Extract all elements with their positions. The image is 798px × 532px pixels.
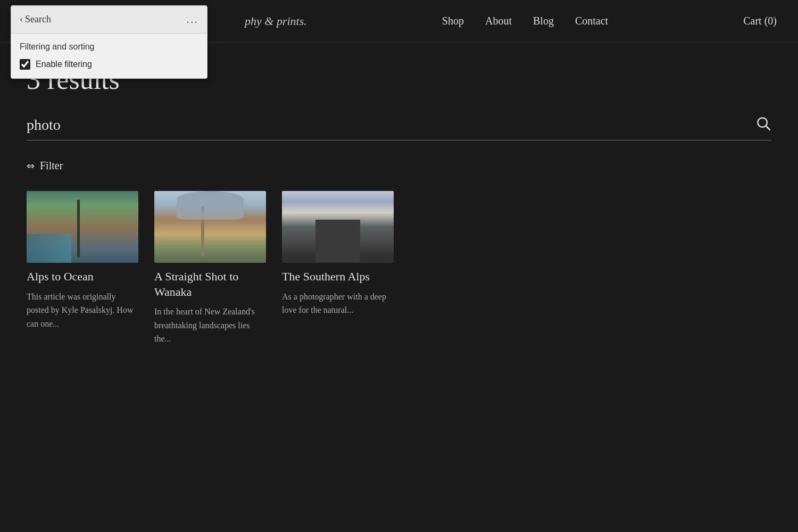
enable-filtering-checkbox[interactable]	[20, 59, 30, 70]
filter-label: Filter	[40, 160, 63, 172]
result-card-image-wanaka	[154, 191, 266, 263]
search-input[interactable]	[27, 114, 755, 136]
result-card-image-alps-ocean	[27, 191, 138, 263]
main-nav: Shop About Blog Contact	[442, 15, 608, 27]
alps-ocean-thumbnail	[27, 191, 138, 263]
southern-alps-thumbnail	[282, 191, 394, 263]
nav-blog[interactable]: Blog	[533, 15, 554, 27]
result-card-title-alps-ocean: Alps to Ocean	[27, 269, 138, 285]
wanaka-thumbnail	[154, 191, 266, 263]
search-dropdown-body: Filtering and sorting Enable filtering	[11, 34, 207, 78]
result-card-image-southern-alps	[282, 191, 394, 263]
nav-about[interactable]: About	[485, 15, 512, 27]
search-icon	[755, 115, 771, 131]
result-card-title-wanaka: A Straight Shot to Wanaka	[154, 269, 266, 300]
result-card-title-southern-alps: The Southern Alps	[282, 269, 394, 285]
result-card-excerpt-wanaka: In the heart of New Zealand's breathtaki…	[154, 305, 266, 346]
enable-filtering-option[interactable]: Enable filtering	[20, 59, 198, 70]
enable-filtering-label: Enable filtering	[36, 60, 92, 69]
filter-icon: ⇔	[27, 160, 35, 172]
header: ‹ Search ... Filtering and sorting Enabl…	[0, 0, 798, 43]
chevron-left-icon: ‹	[20, 14, 23, 25]
nav-contact[interactable]: Contact	[575, 15, 608, 27]
search-dropdown-header-left: ‹ Search	[20, 14, 51, 25]
brand-text: phy & prints.	[245, 14, 307, 28]
svg-line-1	[766, 126, 770, 130]
search-back-button[interactable]: ‹ Search	[20, 14, 51, 25]
result-card-southern-alps[interactable]: The Southern Alps As a photographer with…	[282, 191, 394, 346]
filter-button[interactable]: ⇔ Filter	[27, 160, 63, 172]
result-card-excerpt-southern-alps: As a photographer with a deep love for t…	[282, 290, 394, 317]
search-back-label: Search	[25, 14, 51, 25]
cart-button[interactable]: Cart (0)	[743, 15, 777, 27]
search-dropdown-header: ‹ Search ...	[11, 6, 207, 34]
result-card-excerpt-alps-ocean: This article was originally posted by Ky…	[27, 290, 138, 331]
filter-bar: ⇔ Filter	[27, 160, 771, 172]
nav-shop[interactable]: Shop	[442, 15, 464, 27]
search-more-button[interactable]: ...	[186, 13, 198, 26]
main-content: 3 results ⇔ Filter Alps to Ocean This ar…	[0, 43, 798, 367]
search-dropdown-panel: ‹ Search ... Filtering and sorting Enabl…	[11, 5, 207, 79]
search-bar-container	[27, 114, 771, 140]
result-card-wanaka[interactable]: A Straight Shot to Wanaka In the heart o…	[154, 191, 266, 346]
results-grid: Alps to Ocean This article was originall…	[27, 191, 771, 346]
svg-point-0	[758, 118, 767, 127]
search-submit-button[interactable]	[755, 115, 771, 135]
filtering-section-title: Filtering and sorting	[20, 42, 198, 52]
result-card-alps-ocean[interactable]: Alps to Ocean This article was originall…	[27, 191, 138, 346]
more-dots-icon: ...	[186, 13, 198, 25]
